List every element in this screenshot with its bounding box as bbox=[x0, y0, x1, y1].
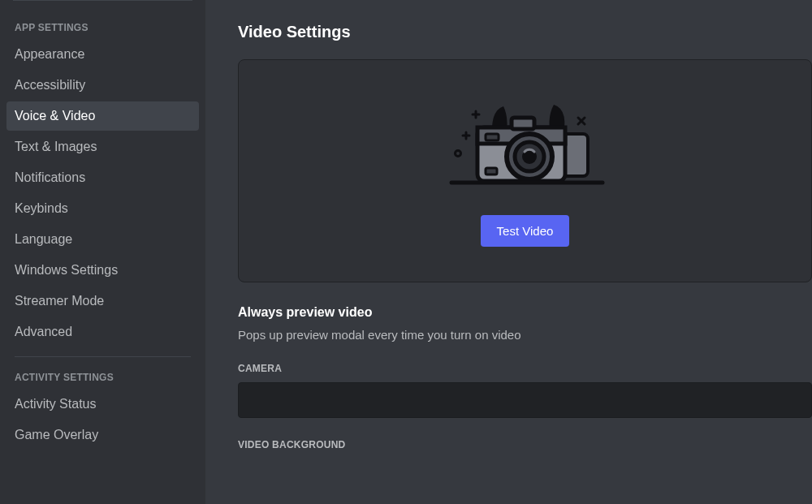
sidebar-item-game-overlay[interactable]: Game Overlay bbox=[6, 420, 199, 450]
sidebar-heading-activity-settings: ACTIVITY SETTINGS bbox=[6, 357, 199, 388]
sidebar-item-label: Notifications bbox=[15, 170, 85, 184]
always-preview-heading: Always preview video bbox=[238, 305, 812, 320]
video-preview-box: Test Video bbox=[238, 59, 812, 282]
sidebar-item-label: Activity Status bbox=[15, 397, 96, 411]
sidebar-item-label: Appearance bbox=[15, 47, 84, 61]
svg-rect-16 bbox=[486, 168, 497, 174]
sidebar-item-voice-video[interactable]: Voice & Video bbox=[6, 101, 199, 131]
page-title: Video Settings bbox=[238, 23, 812, 41]
camera-select[interactable] bbox=[238, 382, 812, 418]
sidebar-item-label: Accessibility bbox=[15, 78, 85, 92]
sidebar-item-activity-status[interactable]: Activity Status bbox=[6, 390, 199, 419]
svg-rect-15 bbox=[486, 134, 499, 140]
sidebar-item-language[interactable]: Language bbox=[6, 225, 199, 254]
svg-point-6 bbox=[455, 151, 460, 157]
sidebar-item-accessibility[interactable]: Accessibility bbox=[6, 71, 199, 100]
settings-main: Video Settings bbox=[205, 0, 812, 504]
sidebar-item-label: Keybinds bbox=[15, 201, 68, 215]
sidebar-item-keybinds[interactable]: Keybinds bbox=[6, 194, 199, 223]
sidebar-item-streamer-mode[interactable]: Streamer Mode bbox=[6, 286, 199, 316]
sidebar-item-label: Text & Images bbox=[15, 140, 97, 153]
test-video-button[interactable]: Test Video bbox=[481, 215, 570, 247]
svg-rect-11 bbox=[512, 118, 534, 129]
sidebar-item-label: Voice & Video bbox=[15, 109, 95, 123]
sidebar-item-windows-settings[interactable]: Windows Settings bbox=[6, 256, 199, 285]
sidebar-item-advanced[interactable]: Advanced bbox=[6, 317, 199, 347]
sidebar-item-notifications[interactable]: Notifications bbox=[6, 163, 199, 192]
sidebar-item-label: Advanced bbox=[15, 325, 72, 338]
sidebar-item-label: Streamer Mode bbox=[15, 294, 104, 308]
sidebar-item-label: Game Overlay bbox=[15, 428, 98, 442]
video-background-label: VIDEO BACKGROUND bbox=[238, 439, 812, 450]
always-preview-description: Pops up preview modal every time you tur… bbox=[238, 328, 812, 342]
settings-sidebar: APP SETTINGS Appearance Accessibility Vo… bbox=[0, 0, 205, 504]
sidebar-heading-app-settings: APP SETTINGS bbox=[6, 7, 199, 38]
sidebar-item-text-images[interactable]: Text & Images bbox=[6, 132, 199, 162]
sidebar-item-appearance[interactable]: Appearance bbox=[6, 40, 199, 69]
sidebar-divider-top bbox=[13, 0, 192, 1]
sidebar-item-label: Windows Settings bbox=[15, 263, 118, 277]
camera-label: CAMERA bbox=[238, 363, 812, 374]
camera-placeholder-icon bbox=[440, 95, 611, 192]
sidebar-item-label: Language bbox=[15, 232, 72, 246]
